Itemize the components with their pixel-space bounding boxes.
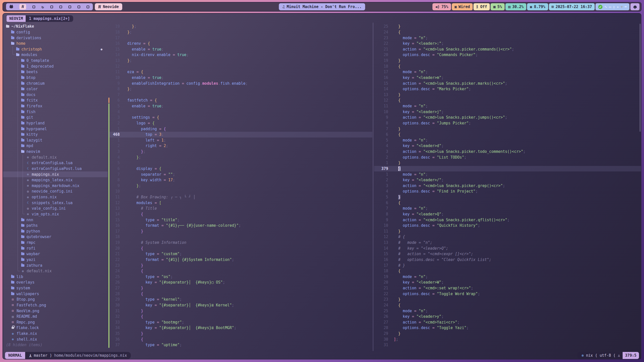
- code-line[interactable]: 10 enable = true;: [109, 75, 372, 81]
- code-line[interactable]: 16 key = "<leader>m";: [374, 75, 641, 81]
- code-line[interactable]: 3 action = "<cmd>lua Snacks.picker.todo_…: [374, 149, 641, 155]
- code-line[interactable]: 26 key = "{#separator}│ {#keys}▢ OS";: [109, 280, 372, 285]
- tree-item[interactable]: ✻mappings_latex.nix: [3, 177, 108, 183]
- code-line[interactable]: 26 key = "<leader>y";: [374, 314, 641, 320]
- tree-item[interactable]: color: [3, 86, 108, 92]
- code-line[interactable]: 13 # Title: [109, 206, 372, 211]
- tray-keyboard-icon[interactable]: ⌨: [625, 5, 627, 9]
- code-line[interactable]: 22 format = "{#1}│ {#}System Information…: [109, 257, 372, 263]
- code-line[interactable]: 379 {: [374, 166, 641, 172]
- code-line[interactable]: 14 # key = "<leader>Q";: [374, 245, 641, 251]
- code-line[interactable]: 6 display = {: [109, 166, 372, 172]
- tree-item[interactable]: ☾extraConfigLuaPost.lua: [3, 166, 108, 172]
- code-line[interactable]: 2 options.desc = "List TODOs";: [374, 154, 641, 160]
- tree-item[interactable]: hyprpanel: [3, 126, 108, 132]
- code-line[interactable]: 15 # action = "<cmd>cexpr []<cr>";: [374, 251, 641, 257]
- code-line[interactable]: 28 {: [109, 291, 372, 297]
- code-line[interactable]: 3 };: [109, 149, 372, 155]
- code-line[interactable]: 23 }: [374, 297, 641, 302]
- code-line[interactable]: 15 type = "title";: [109, 217, 372, 223]
- status-clock[interactable]: ⊞2025-07-22 16:37: [549, 3, 595, 10]
- code-line[interactable]: 25 type = "os";: [109, 274, 372, 280]
- code-line[interactable]: 29 type = "kernel";: [109, 297, 372, 302]
- workspace-n-active[interactable]: N: [19, 4, 26, 10]
- code-line[interactable]: 7 separator = "";: [109, 171, 372, 177]
- workspace-sq[interactable]: [87, 6, 89, 8]
- status-cpu[interactable]: ▦5%: [491, 3, 505, 10]
- code-line[interactable]: 15 action = "<cmd>lua Snacks.picker.mark…: [374, 80, 641, 86]
- code-line[interactable]: 16 # options.desc = "Clear Quickfix List…: [374, 257, 641, 263]
- code-line[interactable]: 9 action = "<cmd>lua Snacks.picker.qflis…: [374, 217, 641, 223]
- code-line[interactable]: 25 }: [374, 24, 641, 29]
- tree-item[interactable]: ▤README.md: [3, 314, 108, 320]
- code-line[interactable]: 1 left = 1;: [109, 138, 372, 143]
- code-line[interactable]: 12 {: [374, 98, 641, 103]
- code-line[interactable]: 18 };: [109, 29, 372, 35]
- code-line[interactable]: 32 {: [109, 314, 372, 320]
- tree-item[interactable]: lazygit: [3, 138, 108, 143]
- code-line[interactable]: 8 };: [109, 86, 372, 92]
- tree-item[interactable]: ⊡FastFetch.png: [3, 302, 108, 308]
- code-line[interactable]: 5 }: [374, 194, 641, 200]
- code-line[interactable]: 30 key = "{#separator}│ {#keys}≣ Kernel"…: [109, 302, 372, 308]
- code-line[interactable]: 6 {: [374, 132, 641, 138]
- code-line[interactable]: 13 }: [374, 92, 641, 98]
- tree-item[interactable]: ⊡Btop.png: [3, 297, 108, 302]
- tree-item[interactable]: system: [3, 285, 108, 291]
- code-line[interactable]: 12 modules = [: [109, 200, 372, 206]
- notifications-button[interactable]: [630, 3, 639, 10]
- code-line[interactable]: 5 enable = true;: [109, 103, 372, 109]
- code-line[interactable]: 17 # }: [374, 262, 641, 268]
- code-line[interactable]: 8 options.desc = "Jumps Picker";: [374, 120, 641, 126]
- code-line[interactable]: 4 key = "<leader>d";: [374, 143, 641, 149]
- code-line[interactable]: 22 key = "<leader>:";: [374, 41, 641, 47]
- tree-item[interactable]: btop: [3, 75, 108, 81]
- tray-gpu-icon[interactable]: ▼: [621, 5, 623, 9]
- code-line[interactable]: 2 logo = {: [109, 120, 372, 126]
- status-volume[interactable]: ◀)75%: [432, 3, 451, 10]
- tree-item[interactable]: 0_template: [3, 58, 108, 64]
- window-separator[interactable]: [373, 23, 373, 351]
- code-line[interactable]: 21 type = "custom";: [109, 251, 372, 257]
- code-line[interactable]: 4 };: [109, 154, 372, 160]
- code-line[interactable]: 16 direnv = {: [109, 41, 372, 47]
- code-line[interactable]: 13 };: [109, 58, 372, 64]
- tab-mappings-nix[interactable]: 1 mappings.nix[2+]: [26, 15, 73, 22]
- code-line[interactable]: 11 # Box Drawing: ┌ ─ ┐ └ ┘ │: [109, 194, 372, 200]
- tree-item[interactable]: ✻default.nix: [3, 154, 108, 160]
- code-line[interactable]: 31 }: [109, 308, 372, 314]
- code-line[interactable]: 468 top = 3;: [109, 132, 372, 138]
- code-line[interactable]: 19 mode = "n";: [374, 274, 641, 280]
- scrollbar-thumb[interactable]: [639, 24, 641, 132]
- tree-item[interactable]: 1_deprecated: [3, 63, 108, 69]
- tree-item[interactable]: (8 hidden items): [3, 342, 108, 348]
- tree-item[interactable]: docs: [3, 92, 108, 98]
- code-line[interactable]: 20 {: [109, 245, 372, 251]
- code-line[interactable]: 19 };: [109, 24, 372, 29]
- code-line[interactable]: 25 mode = "n";: [374, 308, 641, 314]
- code-line[interactable]: 11 }: [374, 229, 641, 234]
- code-line[interactable]: 8 key = "<leader>Q";: [374, 211, 641, 217]
- code-line[interactable]: 34 key = "{#separator}│ {#keys}≣ BootMGR…: [109, 325, 372, 331]
- tree-item[interactable]: ✻mappings_markdown.nix: [3, 183, 108, 189]
- status-disk[interactable]: ◉8.79%: [527, 3, 548, 10]
- code-line[interactable]: 9 };: [109, 183, 372, 189]
- code-line[interactable]: 11 mode = "n";: [374, 103, 641, 109]
- code-line[interactable]: 5: [109, 160, 372, 166]
- code-line[interactable]: 11 eza = {: [109, 69, 372, 75]
- tree-item[interactable]: mpd: [3, 143, 108, 149]
- code-line[interactable]: 22 options.desc = "Toggle Word Wrap";: [374, 291, 641, 297]
- tree-item[interactable]: ~/NixFlake: [3, 24, 108, 29]
- workspace-refresh-icon[interactable]: ↻: [42, 5, 44, 9]
- tray-phone-icon[interactable]: ▯: [613, 5, 615, 9]
- tree-item[interactable]: qutebrowser: [3, 234, 108, 240]
- code-line[interactable]: 24 {: [374, 302, 641, 308]
- code-line[interactable]: 21 action = "<cmd>:set wrap!<cr>";: [374, 285, 641, 291]
- code-line[interactable]: 10 options.desc = "Quickfix History";: [374, 223, 641, 229]
- code-line[interactable]: 3 action = "<cmd>lua Snacks.picker.grep(…: [374, 183, 641, 189]
- code-line[interactable]: 24 {: [374, 29, 641, 35]
- code-line[interactable]: 21 action = "<cmd>lua Snacks.picker.comm…: [374, 47, 641, 52]
- code-line[interactable]: 14 options.desc = "Marks Picker";: [374, 86, 641, 92]
- tree-item[interactable]: fish: [3, 109, 108, 115]
- tree-item[interactable]: chromium: [3, 80, 108, 86]
